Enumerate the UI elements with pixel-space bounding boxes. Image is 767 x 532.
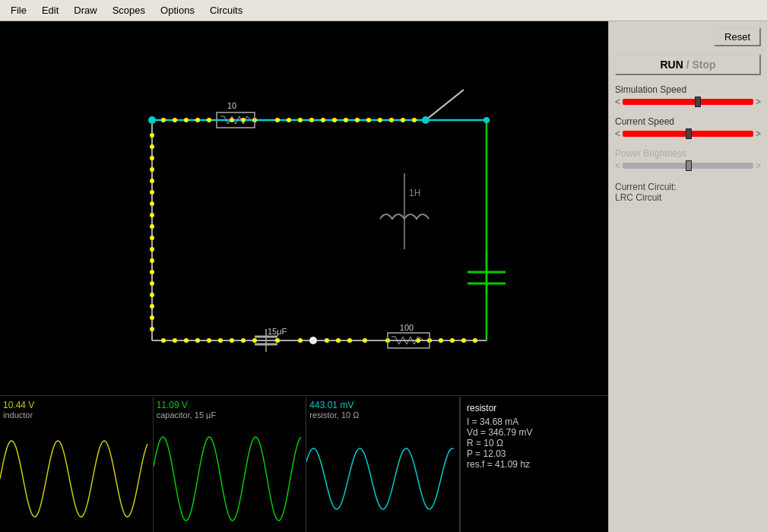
svg-point-24 — [389, 118, 394, 122]
svg-point-10 — [207, 118, 211, 122]
svg-point-52 — [241, 338, 246, 343]
ch2-value: 11.09 V — [157, 400, 188, 410]
menu-draw[interactable]: Draw — [66, 3, 104, 17]
pb-thumb — [686, 160, 692, 171]
ch3-value: 443.01 mV — [309, 400, 353, 410]
svg-point-28 — [150, 144, 154, 149]
reset-button[interactable]: Reset — [714, 27, 761, 46]
svg-point-63 — [439, 338, 443, 343]
svg-point-18 — [321, 118, 325, 122]
menubar: File Edit Draw Scopes Options Circuits — [0, 0, 767, 21]
svg-point-36 — [150, 236, 154, 240]
ch3-name: resistor, 10 Ω — [309, 410, 359, 420]
current-circuit-label: Current Circuit: — [615, 182, 761, 192]
ch1-name: inductor — [3, 410, 33, 420]
svg-point-32 — [150, 190, 154, 195]
svg-point-64 — [450, 338, 455, 343]
simulation-speed-label: Simulation Speed — [615, 84, 761, 95]
current-speed-left-arrow[interactable]: < — [615, 128, 620, 139]
svg-point-9 — [195, 118, 200, 122]
svg-point-49 — [207, 338, 211, 343]
sidebar: Reset RUN / Stop Simulation Speed < > Cu… — [608, 21, 767, 532]
run-label: RUN — [660, 59, 683, 71]
svg-point-14 — [275, 118, 280, 122]
svg-point-21 — [355, 118, 360, 122]
svg-point-23 — [378, 118, 382, 122]
svg-point-40 — [150, 281, 154, 286]
stop-label: / Stop — [686, 59, 716, 71]
current-speed-label: Current Speed — [615, 116, 761, 127]
scope-info-line5: res.f = 41.09 hz — [467, 459, 602, 470]
scope-channel-3: 443.01 mV resistor, 10 Ω — [306, 397, 460, 532]
pb-track[interactable] — [623, 163, 753, 169]
svg-text:10: 10 — [227, 101, 236, 110]
svg-point-35 — [150, 224, 154, 229]
svg-point-56 — [325, 338, 329, 343]
svg-point-65 — [461, 338, 466, 343]
ch3-canvas — [306, 426, 455, 532]
current-circuit-info: Current Circuit: LRC Circuit — [615, 182, 761, 203]
menu-file[interactable]: File — [3, 3, 34, 17]
svg-point-42 — [150, 304, 154, 309]
svg-point-26 — [412, 118, 417, 122]
svg-text:15μF: 15μF — [268, 327, 287, 336]
svg-point-34 — [150, 213, 154, 217]
power-brightness-label: Power Brightness — [615, 148, 761, 159]
menu-scopes[interactable]: Scopes — [105, 3, 153, 17]
circuit-name: LRC Circuit — [615, 192, 761, 203]
svg-point-39 — [150, 270, 154, 274]
svg-point-7 — [173, 118, 177, 122]
svg-point-38 — [150, 258, 154, 263]
svg-point-20 — [344, 118, 348, 122]
simulation-speed-section: Simulation Speed < > — [615, 84, 761, 107]
scope-info-line4: P = 12.03 — [467, 448, 602, 459]
scope-channel-1: 10.44 V inductor — [0, 397, 154, 532]
canvas-area[interactable]: 10 1H 15μF — [0, 21, 608, 532]
svg-point-53 — [252, 338, 257, 343]
svg-point-29 — [150, 156, 154, 160]
svg-text:100: 100 — [400, 323, 414, 332]
svg-point-31 — [150, 179, 154, 183]
svg-point-50 — [218, 338, 223, 343]
sim-speed-track[interactable] — [623, 99, 753, 105]
current-speed-right-arrow[interactable]: > — [756, 128, 761, 139]
scope-info-title: resistor — [467, 403, 602, 413]
current-speed-track[interactable] — [623, 131, 753, 137]
scope-panel: 10.44 V inductor 11.09 V capacitor, 15 μ… — [0, 395, 608, 532]
pb-left-arrow[interactable]: < — [615, 160, 620, 171]
svg-point-27 — [150, 133, 154, 138]
scope-info-line1: I = 34.68 mA — [467, 416, 602, 427]
svg-point-58 — [347, 338, 352, 343]
svg-point-59 — [363, 338, 367, 343]
svg-point-25 — [401, 118, 405, 122]
svg-point-101 — [422, 116, 429, 124]
scope-info-line3: R = 10 Ω — [467, 438, 602, 448]
menu-options[interactable]: Options — [153, 3, 202, 17]
svg-point-15 — [287, 118, 291, 122]
svg-point-102 — [309, 337, 317, 344]
svg-point-54 — [275, 338, 280, 343]
sim-speed-right-arrow[interactable]: > — [756, 97, 761, 107]
current-speed-thumb — [686, 128, 692, 139]
scope-info-line2: Vd = 346.79 mV — [467, 427, 602, 438]
svg-point-43 — [150, 315, 154, 320]
pb-right-arrow[interactable]: > — [756, 160, 761, 171]
svg-point-41 — [150, 293, 154, 297]
sim-speed-left-arrow[interactable]: < — [615, 97, 620, 107]
svg-point-47 — [184, 338, 189, 343]
menu-edit[interactable]: Edit — [34, 3, 66, 17]
svg-point-33 — [150, 201, 154, 206]
ch1-value: 10.44 V — [3, 400, 34, 410]
run-stop-button[interactable]: RUN / Stop — [615, 54, 761, 75]
svg-text:1H: 1H — [409, 188, 420, 198]
current-speed-section: Current Speed < > — [615, 116, 761, 139]
svg-point-16 — [298, 118, 303, 122]
svg-point-19 — [332, 118, 337, 122]
svg-point-55 — [298, 338, 303, 343]
svg-rect-0 — [0, 21, 608, 395]
svg-point-51 — [230, 338, 234, 343]
menu-circuits[interactable]: Circuits — [202, 3, 250, 17]
svg-point-46 — [173, 338, 177, 343]
svg-point-57 — [336, 338, 341, 343]
svg-point-66 — [473, 338, 477, 343]
